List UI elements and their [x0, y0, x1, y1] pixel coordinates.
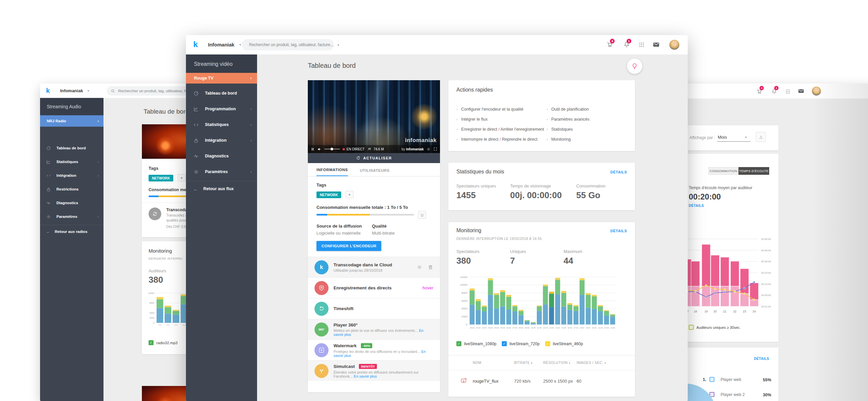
sidebar-item-diagnostics[interactable]: Diagnostics [40, 199, 103, 207]
details-link[interactable]: DÉTAILS [754, 357, 769, 361]
sidebar-item-programming[interactable]: Programmation › [186, 104, 257, 114]
avatar[interactable] [669, 40, 679, 50]
quick-action[interactable]: ›Interrompre le direct / Reprendre le di… [456, 137, 537, 142]
column-header-fps[interactable]: IMAGES / SEC. ▾ [577, 361, 606, 365]
quick-action[interactable]: ›Intégrer le flux [456, 117, 488, 122]
cart-icon[interactable]: 4 [756, 88, 763, 94]
bell-icon[interactable]: 1 [623, 41, 630, 48]
sidebar-item-dashboard[interactable]: Tableau de bord [186, 89, 257, 98]
legend-item[interactable]: ✓ liveStream_1080p [456, 341, 496, 346]
brand-name[interactable]: Infomaniak [208, 42, 235, 48]
display-by-select[interactable]: Mois [718, 135, 727, 140]
details-link[interactable]: DÉTAILS [610, 170, 627, 174]
sidebar-item-integration[interactable]: Intégration › [186, 136, 257, 145]
checkbox-checked-icon[interactable]: ✓ [545, 341, 550, 346]
search-input[interactable]: Rechercher un produit, tag, utilisateur,… [242, 39, 334, 51]
bell-icon[interactable]: 1 [771, 88, 777, 94]
sidebar-item-integration[interactable]: Intégration › [40, 171, 103, 179]
sidebar-item-restrictions[interactable]: Restrictions [40, 185, 103, 193]
sidebar-item-statistics[interactable]: Statistiques › [186, 120, 257, 129]
infomaniak-logo[interactable]: k [193, 40, 198, 49]
volume-slider[interactable] [324, 149, 340, 149]
sidebar-item-rouge-tv[interactable]: Rouge TV › [186, 73, 257, 84]
legend-item[interactable]: ✓ liveStream_460p [545, 341, 583, 346]
quick-action[interactable]: ›Monitoring [547, 137, 571, 142]
quick-action[interactable]: ›Outil de planification [547, 107, 589, 112]
sidebar-item-settings[interactable]: Paramètres › [186, 167, 257, 176]
feature-row-simulcast[interactable]: Simulcast BIENTÔT Étendez votre portée e… [308, 360, 440, 381]
trash-icon[interactable] [428, 264, 433, 270]
refresh-bar[interactable]: ACTUALISER [308, 153, 440, 163]
infomaniak-logo[interactable]: k [46, 87, 50, 94]
add-tag-button[interactable]: + [345, 191, 353, 198]
chevron-down-icon[interactable]: ▾ [88, 89, 89, 92]
legend-item[interactable]: ✓ radio32.mp3 [149, 340, 178, 345]
download-button[interactable] [756, 132, 766, 142]
details-link[interactable]: DÉTAILS [689, 204, 704, 207]
quick-action[interactable]: ›Enregistrer le direct / Arrêter l'enreg… [456, 127, 544, 132]
legend-item[interactable]: Auditeurs uniques ≥ 30sec. [689, 325, 741, 330]
learn-more-link[interactable]: En savoir plus [354, 374, 377, 378]
mail-icon[interactable] [653, 41, 660, 48]
svg-text:13:00: 13:00 [549, 327, 554, 329]
volume-icon[interactable] [317, 147, 322, 151]
tab-informations[interactable]: INFORMATIONS [316, 168, 348, 176]
quality-label: Qualité [372, 224, 395, 229]
cart-icon[interactable]: 4 [607, 41, 613, 48]
chevron-down-icon[interactable]: ▾ [338, 43, 339, 47]
svg-text:0: 0 [153, 322, 154, 324]
apps-grid-icon[interactable] [639, 41, 645, 48]
gear-icon[interactable] [416, 264, 422, 270]
cart-badge: 4 [760, 86, 764, 90]
checkbox-checked-icon[interactable]: ✓ [456, 341, 461, 346]
sidebar-item-settings[interactable]: Paramètres › [40, 212, 103, 221]
checkbox-checked-icon[interactable]: ✓ [502, 341, 507, 346]
sidebar-item-nrj-radio[interactable]: NRJ Radio › [40, 115, 103, 127]
toggle-consumption[interactable]: CONSOMMATION [708, 167, 739, 175]
sidebar-item-dashboard[interactable]: Tableau de bord [40, 144, 103, 152]
stat-label: Consommation [576, 183, 605, 189]
brand-name[interactable]: Infomaniak [60, 88, 83, 93]
sidebar-item-back[interactable]: ← Retour aux radios [40, 228, 103, 236]
player-settings-icon[interactable] [426, 147, 431, 151]
fullscreen-icon[interactable] [433, 147, 437, 151]
details-link[interactable]: DÉTAILS [610, 229, 627, 233]
sidebar-item-back[interactable]: ← Retour aux flux [186, 184, 257, 194]
avatar[interactable] [812, 87, 821, 95]
live-video-player[interactable]: infomaniak EN DIRECT 74.6 M by infomani [308, 80, 440, 153]
feature-row-transcoding[interactable]: k Transcodage dans le Cloud Utilisable j… [308, 257, 440, 277]
quick-action[interactable]: ›Statistiques [547, 127, 573, 132]
add-tag-button[interactable]: + [178, 174, 186, 181]
pause-icon[interactable] [310, 147, 315, 151]
cell-stream-name[interactable]: rougeTV_flux [473, 379, 498, 383]
sidebar-item-label: Paramètres [205, 169, 228, 174]
tips-button[interactable] [627, 58, 642, 74]
svg-text:10:00: 10:00 [531, 327, 535, 329]
tab-utilisateurs[interactable]: UTILISATEURS [360, 168, 390, 176]
tag-chip[interactable]: NETWORK [149, 175, 173, 181]
sidebar-item-statistics[interactable]: Statistiques › [40, 158, 103, 166]
mail-icon[interactable] [798, 88, 804, 94]
legend-item[interactable]: ✓ liveStream_720p [502, 341, 539, 346]
feature-row-player360[interactable]: 360° Player 360° Mettez-en plein la vue … [308, 319, 440, 340]
toggle-listening-time[interactable]: TEMPS D'ÉCOUTE [739, 167, 769, 175]
checkbox-checked-icon[interactable]: ✓ [149, 340, 154, 345]
column-header-bitrate[interactable]: BITRATE ▾ [514, 361, 532, 365]
download-icon [758, 135, 764, 140]
feature-row-watermark[interactable]: Watermark -50% Protégez les droits de vo… [308, 340, 440, 360]
quick-action[interactable]: ›Paramètres avancés [547, 117, 590, 122]
stat-value: 1455 [456, 190, 476, 200]
chevron-down-icon[interactable]: ▾ [239, 43, 241, 47]
feature-row-recording[interactable]: Enregistrement des directs hover [308, 277, 440, 298]
sidebar-item-diagnostics[interactable]: Diagnostics [186, 151, 257, 161]
checkbox-icon[interactable] [709, 377, 714, 382]
tag-chip[interactable]: NETWORK [316, 192, 341, 198]
apps-grid-icon[interactable] [785, 88, 790, 94]
checkbox-icon[interactable] [689, 325, 694, 330]
configure-encoder-button[interactable]: CONFIGURER L'ENCODEUR [316, 241, 381, 251]
column-header-resolution[interactable]: RÉSOLUTION ▾ [543, 361, 570, 365]
buy-quota-button[interactable] [418, 211, 426, 219]
quick-action[interactable]: ›Configurer l'encodeur et la qualité [456, 107, 524, 112]
feature-row-timeshift[interactable]: Timeshift [308, 298, 440, 319]
column-header-name[interactable]: NOM [473, 361, 482, 365]
